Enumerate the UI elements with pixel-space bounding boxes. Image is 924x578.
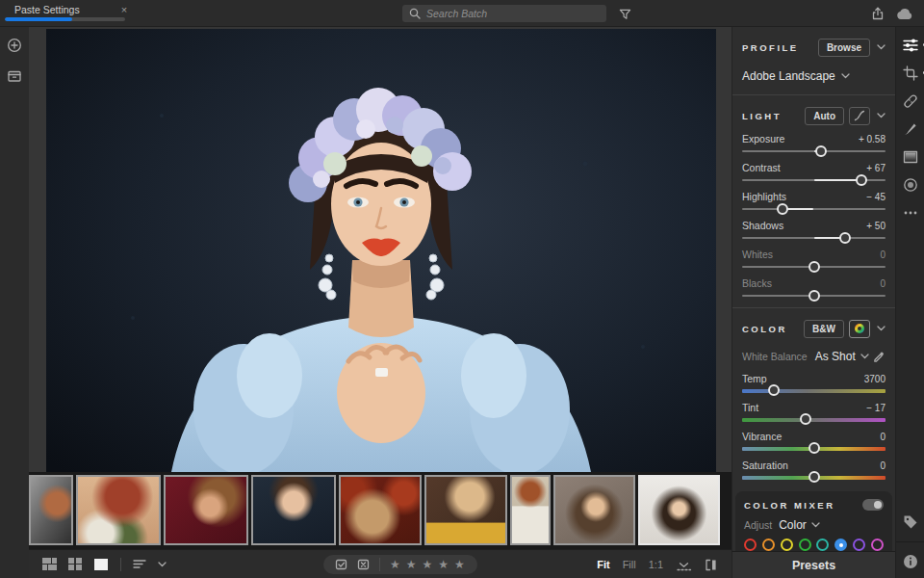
light-chevron-icon[interactable] [877,113,886,118]
filmstrip-thumbnail-4[interactable] [251,475,336,545]
slider-value: 0 [880,278,886,289]
slider-track[interactable] [742,144,886,158]
more-icon[interactable] [902,204,919,222]
album-icon[interactable] [6,67,23,85]
slider-track[interactable] [742,289,886,302]
zoom-fit-button[interactable]: Fit [597,559,609,570]
slider-knob[interactable] [768,384,780,396]
mixed-grid-icon[interactable] [42,558,57,570]
filmstrip-thumbnail-6[interactable] [424,475,507,545]
before-after-icon[interactable] [705,559,718,571]
slider-track[interactable] [742,260,886,274]
cloud-icon[interactable] [896,5,913,22]
filmstrip-thumbnail-3[interactable] [164,475,248,545]
swatch-yellow[interactable] [781,539,793,551]
swatch-red[interactable] [744,539,757,551]
edit-sliders-icon[interactable] [902,37,919,54]
main-photo[interactable] [46,29,716,472]
filmstrip-thumbnail-2[interactable] [76,475,161,545]
adjust-color-select[interactable]: Color [779,518,820,532]
light-title: LIGHT [742,111,805,121]
square-grid-icon[interactable] [68,558,82,570]
color-chevron-icon[interactable] [877,326,886,331]
rail-divider [896,541,924,542]
slider-track[interactable] [742,202,886,216]
filter-icon[interactable] [616,5,633,22]
photo-canvas-area [29,27,732,472]
search-placeholder: Search Batch [426,8,487,19]
filmstrip-thumbnail-1[interactable] [29,475,73,545]
slider-knob[interactable] [777,203,788,215]
slider-knob[interactable] [856,174,867,186]
color-wheel-icon[interactable] [849,320,870,338]
slider-track[interactable] [742,231,886,245]
filmstrip-thumbnail-9[interactable] [638,475,720,545]
slider-track[interactable] [742,173,886,187]
slider-label: Tint [742,402,758,413]
slider-value: − 45 [866,192,886,202]
slider-track[interactable] [742,413,886,427]
crop-icon[interactable] [902,65,919,82]
bw-button[interactable]: B&W [804,320,844,338]
slider-track[interactable] [742,384,886,398]
filmstrip-thumbnail-5[interactable] [339,475,422,545]
star-icon-2[interactable]: ★ [406,558,418,571]
slider-knob[interactable] [839,232,851,244]
white-balance-select[interactable]: As Shot [815,350,869,363]
keywords-tag-icon[interactable] [902,513,919,531]
auto-button[interactable]: Auto [805,107,844,125]
filmstrip-toggle-icon[interactable] [676,559,692,571]
reject-flag-icon[interactable] [357,559,370,570]
browse-profiles-button[interactable]: Browse [818,39,870,57]
slider-track[interactable] [742,442,886,456]
profile-select[interactable]: Adobe Landscape [742,69,886,83]
presets-bar[interactable]: Presets [732,551,895,578]
slider-label: Temp [742,373,767,384]
linear-gradient-icon[interactable] [902,148,919,166]
healing-icon[interactable] [902,92,919,110]
profile-title: PROFILE [742,42,818,53]
swatch-teal[interactable] [816,539,829,551]
slider-track[interactable] [742,471,886,485]
star-rating[interactable]: ★★★★★ [390,558,466,571]
slider-knob[interactable] [808,261,820,273]
search-input[interactable]: Search Batch [402,5,606,22]
slider-knob[interactable] [808,442,820,454]
swatch-orange[interactable] [762,539,775,551]
radial-gradient-icon[interactable] [902,176,919,194]
tone-curve-icon[interactable] [849,107,870,125]
add-photos-icon[interactable] [6,37,23,54]
close-icon[interactable]: × [117,3,131,16]
slider-knob[interactable] [808,290,820,302]
zoom-one-to-one-button[interactable]: 1:1 [649,559,663,570]
swatch-green[interactable] [799,539,811,551]
slider-value: 0 [880,460,886,471]
star-icon-4[interactable]: ★ [438,558,449,571]
info-icon[interactable] [902,553,919,570]
swatch-blue[interactable] [834,539,847,551]
slider-knob[interactable] [808,471,820,483]
search-icon [409,8,421,19]
slider-row: Whites 0 [742,246,886,275]
swatch-purple[interactable] [853,539,865,551]
star-icon-5[interactable]: ★ [454,558,466,571]
chevron-down-icon[interactable] [158,562,167,567]
swatch-magenta[interactable] [871,539,884,551]
share-icon[interactable] [869,5,886,22]
filmstrip-thumbnail-7[interactable] [510,475,551,545]
star-icon-1[interactable]: ★ [390,558,401,571]
zoom-fill-button[interactable]: Fill [623,559,636,570]
slider-knob[interactable] [800,413,811,425]
star-icon-3[interactable]: ★ [423,558,434,571]
slider-value: + 67 [866,163,886,173]
single-photo-icon[interactable] [93,558,109,571]
color-mixer-toggle[interactable] [862,499,884,511]
slider-knob[interactable] [815,145,827,157]
filmstrip-thumbnail-8[interactable] [553,475,635,545]
eyedropper-icon[interactable] [873,351,886,363]
slider-row: Blacks 0 [742,275,886,303]
profile-chevron-icon[interactable] [877,44,886,50]
brush-icon[interactable] [902,120,919,138]
pick-flag-icon[interactable] [335,559,347,570]
sort-icon[interactable] [133,559,146,569]
